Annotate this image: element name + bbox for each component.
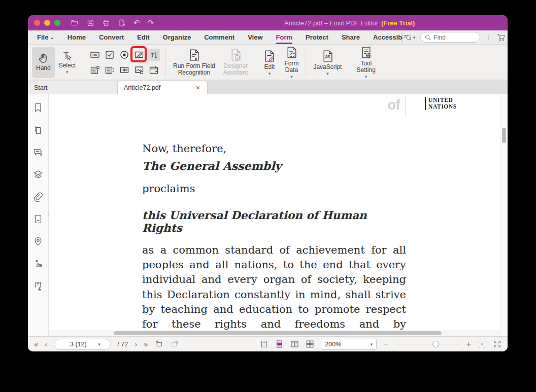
united-nations-logo: UNITED NATIONS [425, 97, 457, 110]
document-page[interactable]: Declaration of Human Rights UNITED NATIO… [49, 94, 500, 336]
redo-icon[interactable]: ↷ [148, 19, 154, 27]
udhr-logo-line2: Human Rights [318, 113, 400, 115]
save-icon[interactable] [86, 19, 94, 27]
menu-view[interactable]: View [241, 30, 269, 45]
caret-down-icon: ▾ [413, 35, 416, 40]
first-page-button[interactable]: « [34, 340, 38, 348]
combo-box-tool[interactable] [104, 64, 116, 76]
zoom-slider[interactable] [395, 341, 460, 348]
horizontal-scrollbar[interactable] [49, 330, 500, 336]
next-page-button[interactable]: › [135, 340, 137, 348]
tool-setting-icon [359, 46, 373, 59]
form-data-icon [285, 46, 298, 59]
close-window-button[interactable] [34, 20, 40, 26]
zoom-out-button[interactable]: − [383, 340, 388, 349]
text-field-tool[interactable]: T [148, 49, 160, 61]
open-file-icon[interactable] [71, 19, 79, 27]
find-box[interactable] [420, 32, 480, 43]
menu-protect[interactable]: Protect [299, 30, 335, 45]
tab-document[interactable]: Ariticle72.pdf × [117, 81, 208, 94]
zoom-in-button[interactable]: + [466, 340, 471, 349]
signature-field-tool[interactable] [133, 49, 145, 61]
fullscreen-button[interactable] [493, 340, 501, 348]
paragraph-now-therefore: Now, therefore, [142, 142, 226, 155]
menu-home[interactable]: Home [61, 30, 92, 45]
last-page-button[interactable]: » [144, 340, 148, 348]
menu-file[interactable]: File⌄ [37, 30, 61, 45]
paragraph-body: as a common standard of achievement for … [142, 243, 406, 336]
layers-panel-icon[interactable] [33, 169, 43, 180]
list-box-tool[interactable] [89, 64, 101, 76]
image-field-tool[interactable] [133, 64, 145, 76]
stamps-panel-icon[interactable] [33, 281, 43, 291]
find-input[interactable] [433, 34, 469, 41]
comments-panel-icon[interactable] [33, 147, 43, 157]
push-button-tool[interactable]: OK [89, 49, 101, 61]
caret-down-icon: ▾ [371, 342, 373, 346]
facing-view-button[interactable] [290, 340, 299, 348]
designer-assistant-button[interactable]: Designer Assistant [219, 47, 252, 78]
barcode-field-tool[interactable] [118, 64, 130, 76]
check-box-tool[interactable] [104, 49, 116, 61]
form-recognition-icon [187, 48, 201, 62]
attachments-panel-icon[interactable] [33, 192, 43, 202]
document-tabbar: Start Ariticle72.pdf × [28, 80, 508, 94]
date-field-tool[interactable] [148, 64, 160, 76]
radio-button-tool[interactable] [118, 49, 130, 61]
menu-accessibility[interactable]: Accessib [366, 30, 404, 45]
fields-panel-icon[interactable] [33, 214, 43, 224]
bookmarks-panel-icon[interactable] [33, 102, 43, 113]
menu-convert[interactable]: Convert [92, 30, 130, 45]
close-tab-icon[interactable]: × [195, 84, 201, 92]
export-icon[interactable] [118, 19, 126, 27]
caret-down-icon: ▾ [290, 75, 293, 79]
paragraph-proclaims: proclaims [142, 183, 195, 195]
menu-edit[interactable]: Edit [130, 30, 156, 45]
menu-share[interactable]: Share [335, 30, 366, 45]
udhr-logo-line1: Declaration of [318, 94, 400, 113]
zoom-level-select[interactable]: 200% ▾ [321, 339, 377, 350]
destinations-panel-icon[interactable] [33, 236, 43, 246]
paragraph-general-assembly: The General Assembly [142, 159, 281, 172]
form-data-button[interactable]: Form Data ▾ [280, 47, 303, 78]
header-divider [406, 95, 406, 116]
digital-signatures-panel-icon[interactable] [33, 259, 43, 269]
page-number-box[interactable]: ▾ [54, 339, 111, 350]
tool-setting-button[interactable]: Tool Setting ▾ [352, 47, 379, 78]
menu-comment[interactable]: Comment [197, 30, 241, 45]
window-title: Ariticle72.pdf – Foxit PDF Editor (Free … [284, 15, 415, 30]
next-view-button[interactable] [170, 340, 179, 348]
page-number-input[interactable] [58, 341, 98, 348]
horizontal-scrollbar-thumb[interactable] [114, 331, 442, 335]
cart-icon[interactable] [497, 33, 506, 42]
select-tool-button[interactable]: Select ▾ [55, 47, 80, 78]
single-page-view-button[interactable] [260, 340, 269, 348]
pages-panel-icon[interactable] [33, 125, 43, 135]
caret-down-icon: ▾ [326, 72, 329, 76]
zoom-slider-thumb[interactable] [432, 341, 439, 347]
run-form-field-recognition-button[interactable]: Run Form Field Recognition [169, 47, 219, 78]
javascript-button[interactable]: JS JavaScript ▾ [309, 47, 346, 78]
search-scope-button[interactable]: ▾ [403, 33, 416, 42]
continuous-facing-view-button[interactable] [306, 340, 314, 348]
maximize-window-button[interactable] [54, 20, 60, 26]
tab-start[interactable]: Start [28, 81, 117, 94]
page-total-label: / 72 [117, 341, 128, 348]
hand-tool-button[interactable]: Hand [32, 47, 55, 78]
print-icon[interactable] [102, 19, 110, 27]
titlebar: ↶ ↷ Ariticle72.pdf – Foxit PDF Editor (F… [28, 15, 508, 30]
vertical-scrollbar[interactable] [500, 94, 508, 336]
fit-page-button[interactable] [478, 340, 486, 348]
continuous-view-button[interactable] [275, 340, 284, 348]
edit-form-button[interactable]: Edit ▾ [258, 47, 280, 78]
more-options-icon[interactable]: ⋮ [485, 33, 492, 41]
menu-organize[interactable]: Organize [156, 30, 198, 45]
vertical-scrollbar-thumb[interactable] [502, 128, 506, 143]
zoom-level-value: 200% [325, 341, 341, 348]
undo-icon[interactable]: ↶ [133, 19, 140, 27]
previous-page-button[interactable]: ‹ [45, 340, 47, 348]
select-annotation-icon [61, 50, 73, 61]
previous-view-button[interactable] [155, 340, 163, 348]
menu-form[interactable]: Form [270, 30, 299, 45]
minimize-window-button[interactable] [44, 20, 50, 26]
